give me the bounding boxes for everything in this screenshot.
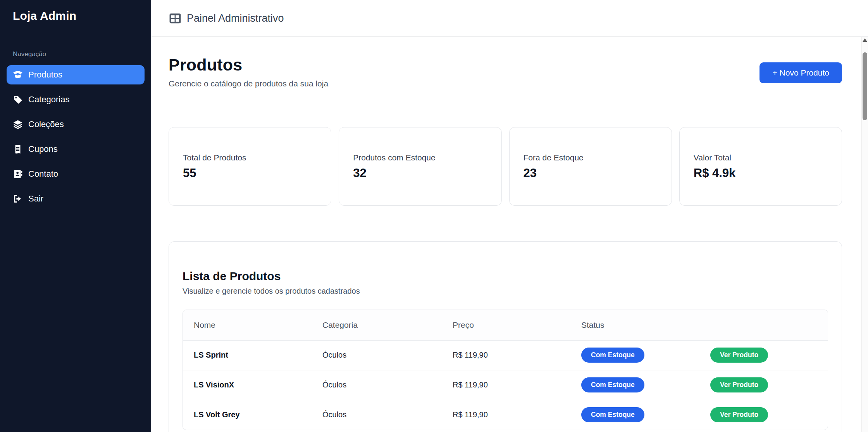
address-book-icon — [13, 169, 23, 179]
sidebar-item-label: Contato — [28, 169, 58, 179]
sidebar-item-label: Coleções — [28, 119, 64, 129]
stat-card-valor-total: Valor Total R$ 4.9k — [679, 127, 842, 206]
scroll-up-arrow-icon[interactable] — [863, 38, 867, 42]
status-badge: Com Estoque — [581, 377, 644, 392]
sidebar-item-label: Categorias — [28, 95, 69, 105]
column-header-preco: Preço — [442, 310, 570, 340]
column-header-nome: Nome — [183, 310, 312, 340]
table-row: LS Volt Grey Óculos R$ 119,90 Com Estoqu… — [183, 400, 828, 430]
sidebar-item-colecoes[interactable]: Coleções — [7, 115, 145, 134]
top-header: Painel Administrativo — [151, 0, 868, 37]
stat-card-com-estoque: Produtos com Estoque 32 — [339, 127, 501, 206]
receipt-icon — [13, 144, 23, 154]
stat-value: 23 — [524, 166, 672, 180]
sign-out-icon — [13, 194, 23, 204]
stat-label: Valor Total — [694, 153, 842, 162]
product-price: R$ 119,90 — [442, 400, 570, 430]
sidebar-item-label: Cupons — [28, 144, 58, 154]
stat-value: R$ 4.9k — [694, 166, 842, 180]
status-badge: Com Estoque — [581, 348, 644, 363]
view-product-button[interactable]: Ver Produto — [710, 377, 768, 392]
brand-title: Loja Admin — [7, 9, 145, 22]
table-row: LS VisionX Óculos R$ 119,90 Com Estoque … — [183, 370, 828, 400]
product-list-card: Lista de Produtos Visualize e gerencie t… — [169, 241, 842, 432]
stat-label: Fora de Estoque — [524, 153, 672, 162]
status-badge: Com Estoque — [581, 407, 644, 422]
stats-row: Total de Produtos 55 Produtos com Estoqu… — [169, 127, 842, 206]
page-content: Produtos Gerencie o catálogo de produtos… — [151, 37, 868, 432]
page-title-block: Produtos Gerencie o catálogo de produtos… — [169, 55, 328, 88]
table-row: LS Sprint Óculos R$ 119,90 Com Estoque V… — [183, 340, 828, 370]
tag-icon — [13, 95, 23, 105]
column-header-status: Status — [570, 310, 699, 340]
page-head: Produtos Gerencie o catálogo de produtos… — [169, 55, 842, 88]
sidebar-item-cupons[interactable]: Cupons — [7, 139, 145, 159]
sidebar-item-categorias[interactable]: Categorias — [7, 90, 145, 109]
product-category: Óculos — [312, 340, 442, 370]
sidebar-item-label: Produtos — [28, 70, 62, 80]
stat-card-fora-estoque: Fora de Estoque 23 — [509, 127, 672, 206]
sidebar-nav: Produtos Categorias Coleções — [7, 65, 145, 208]
product-category: Óculos — [312, 370, 442, 400]
sidebar-item-sair[interactable]: Sair — [7, 189, 145, 208]
stat-value: 32 — [353, 166, 501, 180]
column-header-categoria: Categoria — [312, 310, 442, 340]
main-area: Painel Administrativo Produtos Gerencie … — [151, 0, 868, 432]
page-subtitle: Gerencie o catálogo de produtos da sua l… — [169, 79, 328, 88]
vertical-scrollbar[interactable] — [861, 37, 868, 432]
product-price: R$ 119,90 — [442, 340, 570, 370]
product-table: Nome Categoria Preço Status LS Sprint Óc… — [183, 310, 828, 430]
view-product-button[interactable]: Ver Produto — [710, 407, 768, 422]
stat-value: 55 — [183, 166, 331, 180]
product-name: LS Sprint — [183, 340, 312, 370]
table-cells-icon — [169, 13, 181, 24]
product-name: LS VisionX — [183, 370, 312, 400]
box-open-icon — [13, 70, 23, 80]
stat-card-total: Total de Produtos 55 — [169, 127, 331, 206]
sidebar: Loja Admin Navegação Produtos Categorias — [0, 0, 151, 432]
sidebar-item-produtos[interactable]: Produtos — [7, 65, 145, 84]
view-product-button[interactable]: Ver Produto — [710, 348, 768, 363]
scrollbar-thumb[interactable] — [863, 52, 867, 120]
product-list-title: Lista de Produtos — [183, 270, 828, 283]
page-title: Produtos — [169, 55, 328, 74]
table-header-row: Nome Categoria Preço Status — [183, 310, 828, 340]
product-price: R$ 119,90 — [442, 370, 570, 400]
sidebar-item-contato[interactable]: Contato — [7, 164, 145, 184]
nav-section-label: Navegação — [13, 50, 145, 58]
layers-icon — [13, 119, 23, 129]
column-header-actions — [699, 310, 828, 340]
product-list-subtitle: Visualize e gerencie todos os produtos c… — [183, 287, 828, 296]
stat-label: Produtos com Estoque — [353, 153, 501, 162]
sidebar-item-label: Sair — [28, 194, 43, 204]
product-name: LS Volt Grey — [183, 400, 312, 430]
product-category: Óculos — [312, 400, 442, 430]
app-header-title: Painel Administrativo — [187, 12, 284, 24]
new-product-button[interactable]: + Novo Produto — [760, 62, 842, 83]
product-table-container: Nome Categoria Preço Status LS Sprint Óc… — [183, 310, 828, 430]
stat-label: Total de Produtos — [183, 153, 331, 162]
